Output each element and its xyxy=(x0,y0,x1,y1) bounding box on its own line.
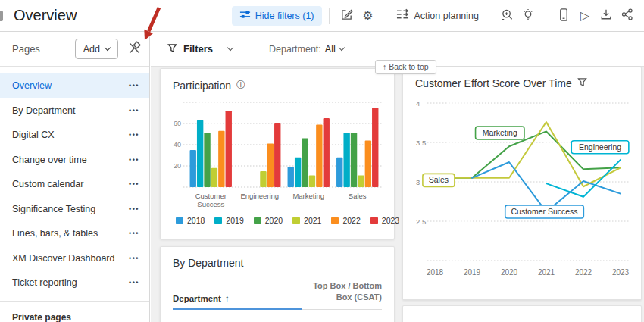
legend-swatch xyxy=(331,217,339,224)
participation-chart: 204060CustomerSuccessEngineeringMarketin… xyxy=(173,98,383,210)
sidebar-item-label: Overview xyxy=(12,80,52,91)
svg-text:Customer Success: Customer Success xyxy=(511,207,577,216)
filters-label: Filters xyxy=(183,43,213,55)
svg-text:Customer: Customer xyxy=(195,192,227,200)
sidebar-item-change-over-time[interactable]: Change over time ••• xyxy=(0,148,149,173)
sidebar-item-label: By Department xyxy=(12,105,75,116)
more-options-icon[interactable]: ••• xyxy=(129,82,139,89)
sort-ascending-icon: ↑ xyxy=(225,294,230,303)
more-options-icon[interactable]: ••• xyxy=(129,180,139,188)
ideas-button[interactable] xyxy=(517,5,539,27)
participation-card: Participation ⓘ 204060CustomerSuccessEng… xyxy=(160,68,395,239)
svg-text:20: 20 xyxy=(174,162,181,170)
legend-label: 2020 xyxy=(265,216,283,225)
main-content: Filters Department: All ↑ Back to top Pa… xyxy=(151,32,644,322)
zoom-search-button[interactable] xyxy=(496,5,517,27)
add-page-button[interactable]: Add xyxy=(75,39,118,59)
pages-sidebar: Pages Add Overview ••• By Department ••• xyxy=(0,32,150,322)
lightbulb-icon xyxy=(522,8,534,23)
pages-header: Pages Add xyxy=(0,32,149,67)
funnel-icon xyxy=(167,43,177,55)
sidebar-item-custom-calendar[interactable]: Custom calendar ••• xyxy=(0,172,149,197)
mobile-preview-button[interactable] xyxy=(553,5,574,27)
more-options-icon[interactable]: ••• xyxy=(129,205,139,213)
sidebar-item-by-department[interactable]: By Department ••• xyxy=(0,98,149,123)
legend-swatch xyxy=(254,217,261,224)
hide-filters-button[interactable]: Hide filters (1) xyxy=(232,6,322,26)
share-icon xyxy=(621,8,633,23)
page-list: Overview ••• By Department ••• Digital C… xyxy=(0,67,149,295)
csat-column-header[interactable]: Top Box / Bottom Box (CSAT) xyxy=(299,280,382,303)
sidebar-item-label: XM Discover Dashboard xyxy=(12,253,114,264)
filters-dropdown[interactable]: Filters xyxy=(167,43,233,55)
unpin-icon xyxy=(127,41,142,58)
svg-text:Sales: Sales xyxy=(429,175,449,184)
ces-chart: 2.533.54201820192020202120222023SalesMar… xyxy=(415,95,630,285)
settings-button[interactable]: ⚙ xyxy=(358,5,379,27)
more-options-icon[interactable]: ••• xyxy=(129,255,139,262)
by-department-card: By Department Department ↑ Top Box / Bot… xyxy=(160,246,395,322)
back-to-top-button[interactable]: ↑ Back to top xyxy=(375,60,436,74)
sidebar-item-overview[interactable]: Overview ••• xyxy=(0,73,149,98)
chevron-down-icon xyxy=(338,44,344,50)
participation-legend: 2018 2019 2020 2021 2022 2023 xyxy=(173,216,382,225)
more-options-icon[interactable]: ••• xyxy=(129,156,139,164)
department-filter-value: All xyxy=(325,44,336,55)
legend-swatch xyxy=(176,217,183,224)
funnel-icon[interactable] xyxy=(577,77,587,89)
add-page-label: Add xyxy=(83,44,100,55)
toolbar-divider xyxy=(386,8,386,24)
sidebar-item-lines-bars-tables[interactable]: Lines, bars, & tables ••• xyxy=(0,221,149,246)
sidebar-item-significance-testing[interactable]: Significance Testing ••• xyxy=(0,197,149,222)
sidebar-item-label: Custom calendar xyxy=(12,179,84,189)
play-icon: ▷ xyxy=(580,10,589,22)
legend-item[interactable]: 2021 xyxy=(292,216,321,225)
ces-card: Customer Effort Score Over Time 2.533.54… xyxy=(402,67,642,300)
page-title: Overview xyxy=(14,7,77,24)
svg-text:2022: 2022 xyxy=(575,268,592,277)
legend-item[interactable]: 2018 xyxy=(176,216,205,225)
svg-text:2019: 2019 xyxy=(464,268,481,277)
toolbar-divider xyxy=(546,8,546,24)
department-filter[interactable]: Department: All xyxy=(269,44,344,55)
download-button[interactable] xyxy=(596,5,617,27)
more-options-icon[interactable]: ••• xyxy=(129,279,139,286)
share-button[interactable] xyxy=(617,5,638,27)
sidebar-item-digital-cx[interactable]: Digital CX ••• xyxy=(0,123,149,148)
action-planning-button[interactable]: Action planning xyxy=(393,5,482,27)
svg-text:60: 60 xyxy=(174,120,181,127)
header-toolbar: Hide filters (1) ⚙ Action planning xyxy=(232,5,644,27)
sidebar-item-label: Digital CX xyxy=(12,130,55,140)
more-options-icon[interactable]: ••• xyxy=(129,107,139,114)
svg-text:2.5: 2.5 xyxy=(416,217,426,226)
info-icon[interactable]: ⓘ xyxy=(236,79,245,92)
legend-label: 2021 xyxy=(304,216,321,225)
present-button[interactable]: ▷ xyxy=(574,5,596,27)
svg-text:Success: Success xyxy=(197,200,224,208)
legend-item[interactable]: 2020 xyxy=(254,216,283,225)
legend-item[interactable]: 2022 xyxy=(331,216,360,225)
column-label: Department xyxy=(173,294,221,303)
partial-menu-icon xyxy=(0,11,3,21)
table-row[interactable]: Customer Success 32% xyxy=(173,310,382,322)
svg-text:Engineering: Engineering xyxy=(579,142,621,152)
sidebar-item-ticket-reporting[interactable]: Ticket reporting ••• xyxy=(0,270,149,295)
sliders-icon xyxy=(239,9,251,22)
department-column-header[interactable]: Department ↑ xyxy=(173,294,230,303)
svg-text:40: 40 xyxy=(174,141,181,148)
sidebar-item-xm-discover-dashboard[interactable]: XM Discover Dashboard ••• xyxy=(0,246,149,271)
legend-item[interactable]: 2019 xyxy=(214,216,243,225)
app-header: Overview Hide filters (1) ⚙ xyxy=(0,0,644,32)
more-options-icon[interactable]: ••• xyxy=(129,131,139,139)
legend-swatch xyxy=(214,217,222,224)
legend-label: 2022 xyxy=(342,216,360,225)
column-label: Top Box / Bottom xyxy=(299,280,382,292)
more-options-icon[interactable]: ••• xyxy=(129,230,139,237)
svg-text:2020: 2020 xyxy=(501,268,518,277)
unpin-sidebar-button[interactable] xyxy=(127,41,142,58)
edit-dashboard-button[interactable] xyxy=(336,5,358,27)
participation-card-title: Participation xyxy=(173,80,231,92)
action-planning-icon xyxy=(396,8,409,23)
legend-label: 2018 xyxy=(187,216,205,225)
legend-item[interactable]: 2023 xyxy=(370,216,399,225)
